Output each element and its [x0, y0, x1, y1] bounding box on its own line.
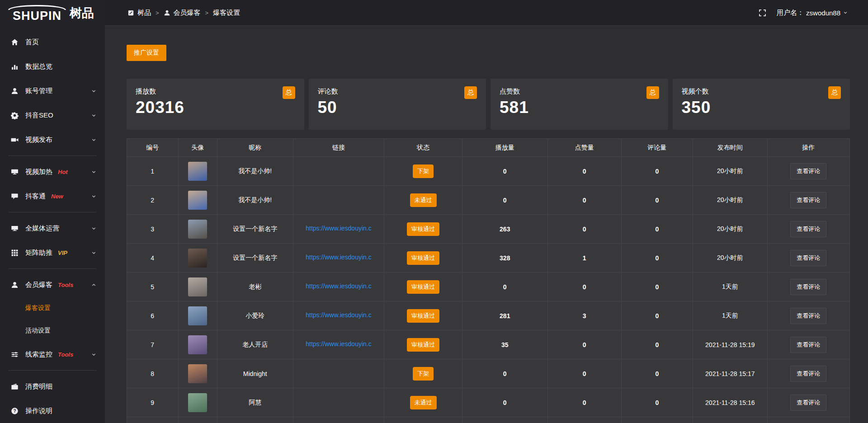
video-link[interactable]: https://www.iesdouyin.c [306, 225, 372, 232]
sidebar-item-matrix-boost[interactable]: 矩阵助推VIP [0, 240, 105, 265]
cell-publish-time: 1天前 [693, 273, 767, 301]
breadcrumb-label: 树品 [137, 9, 151, 17]
cell-status: 审核通过 [384, 244, 462, 273]
cell-plays: 281 [462, 301, 547, 330]
breadcrumb-item: 爆客设置 [213, 9, 240, 17]
cell-avatar [178, 388, 217, 417]
sidebar-item-label: 视频发布 [25, 136, 52, 144]
sidebar-item-operation-guide[interactable]: ?操作说明 [0, 399, 105, 423]
cell-link [293, 186, 384, 215]
table-row: 5老彬https://www.iesdouyin.c审核通过0001天前查看评论 [127, 273, 850, 301]
sidebar-item-consume-detail[interactable]: 消费明细 [0, 374, 105, 399]
cell-nickname: 我不是小帅! [217, 186, 293, 215]
view-comments-button[interactable]: 查看评论 [790, 192, 826, 208]
cell-empty [547, 417, 621, 423]
cell-status: 审核通过 [384, 215, 462, 244]
sidebar: SHUPIN 树品 首页数据总览账号管理抖音SEO视频发布视频加热Hot抖客通N… [0, 0, 105, 423]
sidebar-subitem-activity-settings[interactable]: 活动设置 [0, 320, 105, 342]
cell-likes: 1 [547, 244, 621, 273]
brand-name-en: SHUPIN [13, 10, 61, 21]
stat-card: 点赞数581总 [491, 79, 668, 130]
sidebar-item-label: 矩阵助推 [25, 249, 52, 257]
breadcrumb-item[interactable]: 树品 [127, 9, 151, 17]
cell-nickname: 设置一个新名字 [217, 215, 293, 244]
cell-empty [384, 417, 462, 423]
cell-status: 审核通过 [384, 301, 462, 330]
avatar [188, 335, 207, 354]
breadcrumb-label: 会员爆客 [174, 9, 201, 17]
breadcrumb: 树品>会员爆客>爆客设置 [127, 9, 240, 17]
cell-link: https://www.iesdouyin.c [293, 244, 384, 273]
cell-nickname: 设置一个新名字 [217, 244, 293, 273]
video-link[interactable]: https://www.iesdouyin.c [306, 340, 372, 348]
view-comments-button[interactable]: 查看评论 [790, 163, 826, 179]
column-header: 编号 [127, 139, 179, 157]
cell-actions: 查看评论 [767, 388, 849, 417]
cell-nickname: Midnight [217, 359, 293, 388]
sidebar-subitem-baoke-settings[interactable]: 爆客设置 [0, 297, 105, 320]
status-badge: 审核通过 [407, 338, 439, 352]
sidebar-item-label: 抖客通 [25, 192, 46, 201]
sidebar-item-douyin-seo[interactable]: 抖音SEO [0, 103, 105, 127]
cell-likes: 0 [547, 388, 621, 417]
cell-empty [217, 417, 293, 423]
video-link[interactable]: https://www.iesdouyin.c [306, 311, 372, 319]
sidebar-item-member-baoke[interactable]: 会员爆客Tools [0, 273, 105, 297]
cell-status: 审核通过 [384, 330, 462, 359]
gear-icon [11, 111, 19, 119]
sidebar-item-home[interactable]: 首页 [0, 30, 105, 54]
user-menu[interactable]: 用户名：zswodun88 [777, 9, 848, 17]
sidebar-item-video-heat[interactable]: 视频加热Hot [0, 160, 105, 184]
breadcrumb-label: 爆客设置 [213, 9, 240, 17]
view-comments-button[interactable]: 查看评论 [790, 308, 826, 324]
breadcrumb-item[interactable]: 会员爆客 [164, 9, 201, 17]
cell-comments: 0 [621, 330, 693, 359]
sidebar-item-data-overview[interactable]: 数据总览 [0, 54, 105, 79]
chevron-down-icon [91, 88, 97, 94]
sidebar-item-clue-monitor[interactable]: 线索监控Tools [0, 342, 105, 367]
brand-logo: SHUPIN 树品 [0, 0, 105, 26]
status-badge: 下架 [413, 164, 434, 178]
avatar [188, 162, 207, 181]
chevron-up-icon [91, 282, 97, 288]
video-icon [11, 136, 19, 144]
cell-id: 5 [127, 273, 179, 301]
cell-likes: 0 [547, 157, 621, 186]
sidebar-item-all-media[interactable]: 全媒体运营 [0, 216, 105, 240]
sidebar-item-account-manage[interactable]: 账号管理 [0, 79, 105, 103]
sidebar-item-douketong[interactable]: 抖客通New [0, 184, 105, 208]
avatar [188, 220, 207, 239]
view-comments-button[interactable]: 查看评论 [790, 366, 826, 382]
cell-empty [127, 417, 179, 423]
chevron-down-icon [91, 113, 97, 118]
dashboard-icon [127, 9, 134, 16]
view-comments-button[interactable]: 查看评论 [790, 250, 826, 266]
view-comments-button[interactable]: 查看评论 [790, 279, 826, 295]
column-header: 头像 [178, 139, 217, 157]
promo-settings-button[interactable]: 推广设置 [127, 45, 166, 61]
cell-plays: 35 [462, 330, 547, 359]
sidebar-item-tag: VIP [58, 249, 67, 256]
chevron-down-icon [91, 137, 97, 143]
stat-card: 播放数20316总 [127, 79, 304, 130]
status-badge: 审核通过 [407, 222, 439, 236]
cell-id: 1 [127, 157, 179, 186]
view-comments-button[interactable]: 查看评论 [790, 337, 826, 353]
sidebar-item-video-publish[interactable]: 视频发布 [0, 127, 105, 152]
cell-comments: 0 [621, 388, 693, 417]
sidebar-item-label: 全媒体运营 [25, 224, 59, 233]
cell-likes: 3 [547, 301, 621, 330]
stat-card-label: 点赞数 [500, 87, 659, 96]
view-comments-button[interactable]: 查看评论 [790, 221, 826, 237]
sidebar-item-label: 操作说明 [25, 407, 52, 415]
stat-card-label: 播放数 [136, 87, 295, 96]
cell-empty [293, 417, 384, 423]
video-link[interactable]: https://www.iesdouyin.c [306, 282, 372, 290]
cell-avatar [178, 186, 217, 215]
status-badge: 未通过 [410, 193, 437, 207]
video-link[interactable]: https://www.iesdouyin.c [306, 254, 372, 261]
sidebar-item-label: 首页 [25, 38, 39, 47]
view-comments-button[interactable]: 查看评论 [790, 395, 826, 411]
fullscreen-icon[interactable] [758, 9, 767, 17]
username-label: 用户名： [777, 9, 804, 17]
